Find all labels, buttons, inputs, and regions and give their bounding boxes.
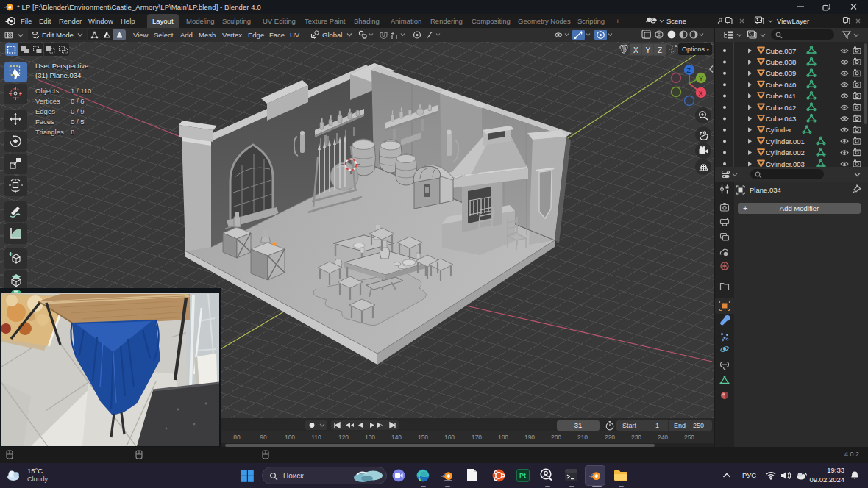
svg-text:240: 240 — [658, 434, 668, 441]
svg-text:150: 150 — [418, 434, 428, 441]
svg-text:130: 130 — [365, 434, 375, 441]
svg-text:170: 170 — [472, 434, 482, 441]
svg-text:Z: Z — [658, 46, 662, 54]
svg-text:250: 250 — [684, 434, 694, 441]
svg-text:160: 160 — [444, 434, 455, 441]
svg-text:220: 220 — [605, 434, 615, 441]
svg-text:230: 230 — [631, 434, 641, 441]
svg-text:100: 100 — [285, 434, 295, 441]
svg-text:X: X — [699, 90, 703, 97]
svg-text:120: 120 — [338, 434, 349, 441]
svg-text:110: 110 — [311, 434, 321, 441]
svg-text:80: 80 — [233, 434, 241, 441]
svg-text:200: 200 — [551, 434, 561, 441]
svg-text:Z: Z — [687, 67, 691, 74]
svg-text:210: 210 — [577, 434, 588, 441]
svg-text:Y: Y — [646, 46, 651, 54]
svg-text:190: 190 — [524, 434, 535, 441]
svg-text:X: X — [633, 46, 638, 54]
svg-text:180: 180 — [498, 434, 508, 441]
svg-text:140: 140 — [391, 434, 402, 441]
svg-text:90: 90 — [260, 434, 267, 441]
svg-text:Y: Y — [699, 75, 703, 82]
